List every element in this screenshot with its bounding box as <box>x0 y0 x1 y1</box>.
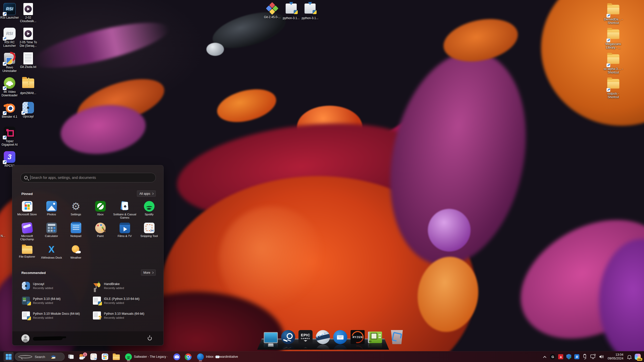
ryzen-master-icon[interactable]: RYZEN <box>351 330 365 344</box>
pinned-app-xwindows-dock[interactable]: XWindows Dock <box>39 243 64 264</box>
desktop-icon-python-installer[interactable]: python-3.1... <box>281 3 302 20</box>
pinned-app-clipchamp[interactable]: Microsoft Clipchamp <box>15 221 39 243</box>
notification-center-button[interactable] <box>626 352 633 361</box>
taskbar-file-explorer[interactable] <box>111 352 121 361</box>
desktop-icon-git-installer[interactable]: Git-2.45.0-... <box>262 3 283 19</box>
taskbar-microsoft-store[interactable] <box>100 352 110 361</box>
desktop-icon-git-zluda-txt[interactable]: Git Zluda.txt <box>18 52 39 69</box>
steam-icon[interactable] <box>281 330 295 344</box>
start-search-input[interactable] <box>31 176 152 180</box>
taskbar-discord[interactable] <box>172 352 182 361</box>
start-button[interactable] <box>4 352 14 361</box>
taskbar-chrome[interactable] <box>183 352 193 361</box>
start-search-box[interactable] <box>20 173 156 182</box>
desktop-icon-4k-video-downloader[interactable]: 4K Video Downloader <box>0 77 20 97</box>
tray-bluetooth[interactable]: B <box>573 352 580 361</box>
more-button[interactable]: More <box>141 269 156 276</box>
copilot-button[interactable]: PRE <box>634 352 641 361</box>
taskbar-spotify-window[interactable]: Saltwater - The Legacy · <box>123 352 171 361</box>
pinned-app-settings[interactable]: Settings <box>64 199 88 221</box>
running-indicator <box>199 360 202 361</box>
hidden-icons-button[interactable] <box>541 352 548 361</box>
sun-cloud-icon <box>71 244 81 255</box>
desktop-icon-zip-archive[interactable]: dpm2MAlt... <box>18 77 39 95</box>
recommended-item-handbrake[interactable]: HandBrakeRecently added <box>91 279 157 293</box>
desktop-icon-megascans-shortcut[interactable]: Megascans Library - ... <box>603 28 624 49</box>
paint-palette-icon <box>95 223 106 233</box>
recommended-item-python-module-docs[interactable]: Python 3.10 Module Docs (64-bit)Recently… <box>20 309 86 322</box>
recommended-item-python[interactable]: Python 3.10 (64-bit)Recently added <box>20 294 86 307</box>
pinned-app-file-explorer[interactable]: File Explorer <box>15 243 39 264</box>
desktop-icon-media-file[interactable]: 2-02 Cloudwalk... <box>18 3 39 23</box>
epic-games-icon[interactable]: EPIC GAMES <box>298 330 313 344</box>
running-indicator <box>127 360 130 361</box>
tray-amd-adrenalin[interactable]: a <box>557 352 564 361</box>
tray-network[interactable] <box>589 352 597 361</box>
tray-volume[interactable] <box>598 352 605 361</box>
recommended-item-python-manuals[interactable]: Python 3.10 Manuals (64-bit)Recently add… <box>91 309 157 322</box>
desktop-icon-label: Revo Uninstaller <box>0 66 20 73</box>
desktop-icon-blender[interactable]: Blender 4.1 <box>0 102 20 118</box>
folder-icon <box>607 5 619 14</box>
clipchamp-icon <box>21 222 33 234</box>
pinned-app-notepad[interactable]: Notepad <box>64 221 88 243</box>
power-button[interactable] <box>145 334 154 343</box>
desktop-icon-sc-alpha-shortcut[interactable]: sc-alpha-3.... - Shortcut <box>603 53 624 74</box>
shortcut-arrow-icon <box>3 111 7 115</box>
logitech-g-icon: G <box>550 354 555 359</box>
task-view-icon <box>68 354 74 359</box>
tray-windows-security[interactable] <box>565 352 572 361</box>
thunderbird-icon[interactable] <box>333 330 347 344</box>
pinned-app-xbox[interactable]: Xbox <box>88 199 112 221</box>
pinned-app-photos[interactable]: Photos <box>39 199 64 221</box>
pinned-app-spotify[interactable]: Spotify <box>137 199 161 221</box>
openshot-icon[interactable] <box>316 330 330 344</box>
taskbar-clock[interactable]: 13:04 09/05/2024 <box>606 353 625 360</box>
pinned-app-weather[interactable]: Weather <box>64 243 88 264</box>
wallpaper-blob <box>206 43 224 56</box>
chevron-right-icon <box>151 192 154 194</box>
tray-usb-device[interactable] <box>581 352 588 361</box>
desktop-icon-rsi-rc-launcher[interactable]: RSI RSI RC Launcher <box>0 28 20 48</box>
folder-icon <box>607 54 619 64</box>
git-icon <box>266 3 278 15</box>
desktop-icon-derived-data-shortcut[interactable]: DerivedDa... - Shortcut <box>603 3 624 25</box>
system-tray: G a B 13:04 09/05/2024 PRE <box>541 351 644 362</box>
taskbar-snipping-tool[interactable] <box>89 352 99 361</box>
pinned-app-paint[interactable]: Paint <box>88 221 112 243</box>
shortcut-arrow-icon <box>3 160 7 164</box>
wallpaper-blob <box>219 206 325 312</box>
taskbar-thunderbird-window[interactable]: Inbox - howardinitiative <box>195 352 241 361</box>
shortcut-arrow-icon <box>607 14 610 18</box>
desktop-icon-upscayl[interactable]: Upscayl <box>18 102 39 118</box>
task-view-button[interactable] <box>66 352 76 361</box>
microsoft-store-icon <box>22 201 32 212</box>
desktop-icon-rsi-launcher[interactable]: RSI RSI Launcher <box>0 3 20 19</box>
user-avatar[interactable] <box>21 334 29 342</box>
recommended-item-idle[interactable]: IDLE (Python 3.10 64-bit)Recently added <box>91 294 157 307</box>
pinned-app-solitaire[interactable]: Solitaire & Casual Games <box>112 199 137 221</box>
desktop-icon-outputs-shortcut[interactable]: outputs - Shortcut <box>603 77 624 99</box>
my-computer-icon[interactable] <box>264 332 278 343</box>
python-installer-icon <box>286 4 297 14</box>
pinned-app-snipping-tool[interactable]: Snipping Tool <box>137 221 161 243</box>
desktop-icon-partially-hidden[interactable]: N... <box>0 221 14 238</box>
gpu-z-icon[interactable] <box>368 332 382 343</box>
recommended-item-upscayl[interactable]: UpscaylRecently added <box>20 279 86 293</box>
films-tv-icon <box>120 223 130 233</box>
pinned-app-microsoft-store[interactable]: Microsoft Store <box>15 199 39 221</box>
pinned-app-films-tv[interactable]: Films & TV <box>112 221 137 243</box>
folder-icon <box>607 29 619 39</box>
shortcut-arrow-icon <box>3 86 7 90</box>
tray-logitech-ghub[interactable]: G <box>549 352 556 361</box>
widgets-button[interactable]: 1 <box>77 352 87 361</box>
desktop-icon-topaz-gigapixel[interactable]: Topaz Gigapixel AI <box>0 126 20 146</box>
recycle-bin-icon[interactable] <box>390 330 404 344</box>
all-apps-button[interactable]: All apps <box>137 190 156 197</box>
desktop-icon-revo-uninstaller[interactable]: Revo Uninstaller <box>0 52 20 73</box>
pinned-app-calculator[interactable]: Calculator <box>39 221 64 243</box>
taskbar-search-box[interactable]: Search <box>15 353 65 361</box>
text-caret <box>30 175 30 180</box>
desktop-icon-python-installer[interactable]: python-3.1... <box>299 3 321 20</box>
desktop-icon-media-file[interactable]: 2-05 Time To Die (Seraq... <box>18 28 39 48</box>
